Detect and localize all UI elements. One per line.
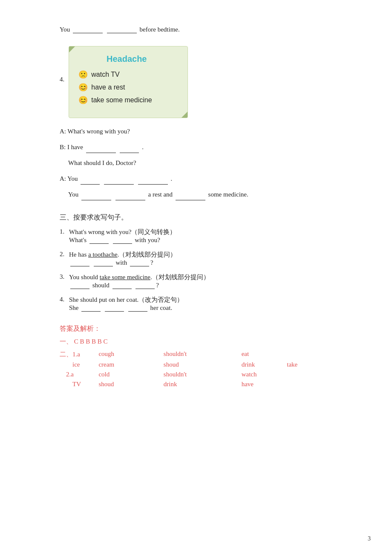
ans-r2c4: take	[287, 360, 332, 370]
card-item-rest: 😊 have a rest	[78, 83, 175, 92]
answers-table-row3: 2.a cold shouldn't watch	[60, 370, 332, 379]
blank-ex1-2	[113, 236, 132, 244]
top-sentence: You before bedtime.	[60, 26, 332, 33]
speaker-B1: B: I have	[60, 144, 83, 150]
card-item-watch-tv: 🙁 watch TV	[78, 70, 175, 79]
what-should: What should I do, Doctor?	[68, 159, 136, 166]
exercise-item-2: 2. He has a toothache.（对划线部分提问） with ?	[60, 251, 332, 266]
speaker-A1: A: What's wrong with you?	[60, 128, 130, 135]
ans-r3c1: cold	[98, 370, 163, 379]
ans-r3c3: watch	[242, 370, 287, 379]
blank-r3	[176, 193, 205, 200]
section3-header: 三、按要求改写句子。	[60, 213, 332, 222]
happy-emoji-1: 😊	[78, 83, 88, 92]
answers-table: 二、1.a cough shouldn't eat ice cream shou…	[60, 349, 332, 389]
period-b1: .	[142, 144, 144, 150]
card-item-text-3: take some medicine	[91, 96, 152, 104]
blank-ex3-3	[135, 281, 155, 289]
exercise-list: 1. What's wrong with you?（同义句转换） What's …	[60, 228, 332, 312]
blank-r1	[81, 193, 111, 200]
medicine-text: some medicine.	[208, 191, 248, 198]
ans-r2c2: shoud	[164, 360, 242, 370]
exercise-item-3: 3. You should take some medicine.（对划线部分提…	[60, 273, 332, 289]
ex-content-1: What's wrong with you?（同义句转换） What's wit…	[69, 228, 332, 244]
blank-ex2-3	[130, 259, 149, 266]
ans-r4c2: drink	[164, 379, 242, 389]
ans-r3c0: 2.a	[60, 370, 98, 379]
ex-answer-3: should ?	[69, 281, 332, 289]
headache-card: Headache 🙁 watch TV 😊 have a rest 😊 take…	[69, 46, 188, 118]
dialogue-indent2: You a rest and some medicine.	[60, 189, 332, 200]
answers-header: 答案及解析：	[60, 324, 332, 333]
ex-num-2: 2.	[60, 251, 69, 266]
card-item-text-2: have a rest	[91, 84, 125, 91]
ans-r2c0: ice	[60, 360, 98, 370]
dialogue-section: A: What's wrong with you? B: I have . Wh…	[60, 126, 332, 200]
blank-ex3-1	[70, 281, 89, 289]
card-item-medicine: 😊 take some medicine	[78, 95, 175, 105]
blank-ex4-1	[81, 304, 101, 312]
ans-r1c1: cough	[98, 349, 163, 360]
top-you: You	[60, 26, 70, 33]
blank-1	[73, 26, 103, 33]
answers-row2: 二、1.a cough shouldn't eat ice cream shou…	[60, 349, 332, 389]
top-before: before bedtime.	[140, 26, 180, 33]
item4-number: 4.	[60, 76, 64, 83]
blank-a1	[81, 177, 100, 185]
ex-stem-4: She should put on her coat.（改为否定句）	[69, 296, 332, 304]
blank-ex1-1	[89, 236, 109, 244]
ex-stem-1: What's wrong with you?（同义句转换）	[69, 228, 332, 236]
rest-text: a rest and	[148, 191, 173, 198]
card-title: Headache	[78, 54, 175, 64]
blank-a2	[104, 177, 134, 185]
blank-ex3-2	[112, 281, 132, 289]
ans-r4c3: have	[242, 379, 287, 389]
blank-r2	[115, 193, 145, 200]
happy-emoji-2: 😊	[78, 95, 88, 105]
blank-ex4-3	[128, 304, 147, 312]
exercise-item-1: 1. What's wrong with you?（同义句转换） What's …	[60, 228, 332, 244]
sad-emoji: 🙁	[78, 70, 88, 79]
answers-table-row1: 二、1.a cough shouldn't eat	[60, 349, 332, 360]
ex-num-4: 4.	[60, 296, 69, 312]
dialogue-A1: A: What's wrong with you?	[60, 126, 332, 137]
dialogue-indent1: What should I do, Doctor?	[60, 157, 332, 169]
ex-content-3: You should take some medicine.（对划线部分提问） …	[69, 273, 332, 289]
ans-r1c0: 二、1.a	[60, 349, 98, 360]
answers-row1-content: C B B B B C	[74, 338, 108, 345]
speaker-A2: A: You	[60, 175, 78, 182]
ex-stem-2: He has a toothache.（对划线部分提问）	[69, 251, 332, 259]
ans-r3c2: shouldn't	[164, 370, 242, 379]
blank-b2	[120, 145, 139, 153]
blank-a3	[138, 177, 168, 185]
ans-r4c1: shoud	[98, 379, 163, 389]
you-rest: You	[68, 191, 78, 198]
exercise-item-4: 4. She should put on her coat.（改为否定句） Sh…	[60, 296, 332, 312]
answers-table-row4: TV shoud drink have	[60, 379, 332, 389]
ans-r4c0: TV	[60, 379, 98, 389]
dialogue-B1: B: I have .	[60, 142, 332, 153]
item4-section: 4. Headache 🙁 watch TV 😊 have a rest 😊 t…	[60, 46, 332, 118]
page-number: 3	[368, 535, 371, 542]
period-a2: .	[171, 175, 173, 182]
ex-content-4: She should put on her coat.（改为否定句） She h…	[69, 296, 332, 312]
ans-r2c1: cream	[98, 360, 163, 370]
ex-answer-4: She her coat.	[69, 304, 332, 312]
ans-r2c3: drink	[242, 360, 287, 370]
blank-ex2-1	[70, 259, 89, 266]
ex-answer-2: with ?	[69, 259, 332, 266]
blank-2	[107, 26, 137, 33]
blank-ex4-2	[105, 304, 124, 312]
ans-r1c2: shouldn't	[164, 349, 242, 360]
ex-num-1: 1.	[60, 228, 69, 244]
answers-table-row2: ice cream shoud drink take	[60, 360, 332, 370]
card-item-text-1: watch TV	[91, 71, 119, 78]
ans-r1c3: eat	[242, 349, 287, 360]
ex-answer-1: What's with you?	[69, 236, 332, 244]
blank-ex2-2	[94, 259, 113, 266]
answers-row1: 一、 C B B B B C	[60, 338, 332, 346]
blank-b1	[86, 145, 116, 153]
ex-stem-3: You should take some medicine.（对划线部分提问）	[69, 273, 332, 281]
answers-label1: 一、	[60, 338, 72, 345]
ex-num-3: 3.	[60, 273, 69, 289]
